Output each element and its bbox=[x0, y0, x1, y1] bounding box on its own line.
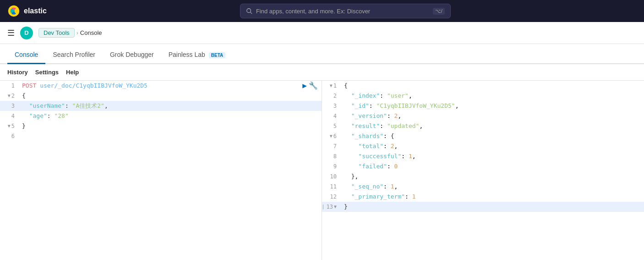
pause-indicator: || bbox=[322, 202, 326, 212]
resp-line-num-4: 4 bbox=[322, 111, 340, 121]
search-icon bbox=[246, 8, 252, 14]
resp-line-content-11: "_seq_no": 1, bbox=[340, 182, 644, 192]
editor-line-1: 1 POST user/_doc/C1yqbIIBJVfoW_YKu2D5 ▶ … bbox=[0, 81, 322, 91]
val-age: "28" bbox=[54, 112, 68, 119]
resp-line-num-1: ▼1 bbox=[322, 81, 340, 91]
response-line-2: 2 "_index": "user", bbox=[322, 91, 644, 101]
resp-line-num-5: 5 bbox=[322, 121, 340, 131]
breadcrumb-devtools[interactable]: Dev Tools bbox=[38, 28, 75, 38]
main-content: 1 POST user/_doc/C1yqbIIBJVfoW_YKu2D5 ▶ … bbox=[0, 81, 644, 260]
response-line-8: 8 "successful": 1, bbox=[322, 151, 644, 161]
response-code-area: ▼1 { 2 "_index": "user", 3 "_id": "C1yqb… bbox=[322, 81, 644, 260]
breadcrumb-console: Console bbox=[80, 29, 102, 36]
resp-line-content-2: "_index": "user", bbox=[340, 91, 644, 101]
resp-line-content-4: "_version": 2, bbox=[340, 111, 644, 121]
line-content-3[interactable]: "userName": "A佳技术2", bbox=[18, 101, 322, 111]
line-num-5: ▼5 bbox=[0, 121, 18, 131]
help-button[interactable]: Help bbox=[66, 69, 79, 76]
line-num-4: 4 bbox=[0, 111, 18, 121]
editor-line-6: 6 bbox=[0, 131, 322, 141]
secondary-nav: ☰ D Dev Tools › Console bbox=[0, 22, 644, 44]
response-line-11: 11 "_seq_no": 1, bbox=[322, 182, 644, 192]
line-num-6: 6 bbox=[0, 131, 18, 141]
line-num-1: 1 bbox=[0, 81, 18, 91]
resp-line-content-13: } bbox=[340, 202, 644, 212]
response-pane: ▼1 { 2 "_index": "user", 3 "_id": "C1yqb… bbox=[322, 81, 644, 260]
resp-line-content-12: "_primary_term": 1 bbox=[340, 192, 644, 202]
line-content-5[interactable]: } bbox=[18, 121, 322, 131]
response-line-6: ▼6 "_shards": { bbox=[322, 131, 644, 141]
resp-line-num-13: ||13 ▼ bbox=[322, 202, 340, 212]
svg-line-7 bbox=[251, 12, 252, 14]
top-nav: elastic Find apps, content, and more. Ex… bbox=[0, 0, 644, 22]
response-line-12: 12 "_primary_term": 1 bbox=[322, 192, 644, 202]
tab-search-profiler[interactable]: Search Profiler bbox=[45, 46, 103, 64]
resp-line-content-3: "_id": "C1yqbIIBJVfoW_YKu2D5", bbox=[340, 101, 644, 111]
brace-open: { bbox=[22, 92, 26, 99]
line-num-3: 3 bbox=[0, 101, 18, 111]
line-content-1[interactable]: POST user/_doc/C1yqbIIBJVfoW_YKu2D5 bbox=[18, 81, 302, 91]
response-line-7: 7 "total": 2, bbox=[322, 141, 644, 151]
user-avatar[interactable]: D bbox=[20, 27, 33, 39]
resp-line-num-7: 7 bbox=[322, 141, 340, 151]
svg-point-5 bbox=[15, 9, 17, 13]
line-content-2[interactable]: { bbox=[18, 91, 322, 101]
fold-btn-5[interactable]: ▼ bbox=[8, 121, 11, 131]
fold-btn-2[interactable]: ▼ bbox=[8, 91, 11, 101]
editor-pane[interactable]: 1 POST user/_doc/C1yqbIIBJVfoW_YKu2D5 ▶ … bbox=[0, 81, 322, 260]
resp-line-num-12: 12 bbox=[322, 192, 340, 202]
method-keyword: POST bbox=[22, 82, 36, 89]
response-line-1: ▼1 { bbox=[322, 81, 644, 91]
resp-line-num-6: ▼6 bbox=[322, 131, 340, 141]
response-line-4: 4 "_version": 2, bbox=[322, 111, 644, 121]
resp-line-content-1: { bbox=[340, 81, 644, 91]
elastic-logo[interactable]: elastic bbox=[7, 5, 47, 17]
editor-line-5: ▼5 } bbox=[0, 121, 322, 131]
resp-line-content-10: }, bbox=[340, 171, 644, 182]
brace-close: } bbox=[22, 122, 26, 129]
resp-line-num-3: 3 bbox=[322, 101, 340, 111]
resp-line-num-10: 10 bbox=[322, 171, 340, 182]
resp-line-content-8: "successful": 1, bbox=[340, 151, 644, 161]
elastic-logo-icon bbox=[7, 5, 20, 17]
response-line-9: 9 "failed": 0 bbox=[322, 161, 644, 171]
editor-code-area[interactable]: 1 POST user/_doc/C1yqbIIBJVfoW_YKu2D5 ▶ … bbox=[0, 81, 322, 260]
settings-button[interactable]: Settings bbox=[35, 69, 59, 76]
line-content-6[interactable] bbox=[18, 131, 322, 141]
fold-btn-resp-6[interactable]: ▼ bbox=[330, 131, 333, 141]
tab-grok-debugger[interactable]: Grok Debugger bbox=[103, 46, 161, 64]
resp-line-num-11: 11 bbox=[322, 182, 340, 192]
path-value: user/_doc/C1yqbIIBJVfoW_YKu2D5 bbox=[40, 82, 147, 89]
run-icon[interactable]: ▶ bbox=[302, 81, 307, 91]
resp-line-content-9: "failed": 0 bbox=[340, 161, 644, 171]
fold-btn-resp-13[interactable]: ▼ bbox=[334, 202, 337, 212]
resp-line-num-2: 2 bbox=[322, 91, 340, 101]
toolbar: History Settings Help bbox=[0, 64, 644, 81]
resp-line-num-8: 8 bbox=[322, 151, 340, 161]
breadcrumb: Dev Tools › Console bbox=[38, 28, 102, 38]
key-username: "userName" bbox=[29, 102, 65, 109]
resp-line-content-7: "total": 2, bbox=[340, 141, 644, 151]
response-line-5: 5 "result": "updated", bbox=[322, 121, 644, 131]
tab-console[interactable]: Console bbox=[7, 46, 45, 64]
resp-line-num-9: 9 bbox=[322, 161, 340, 171]
line-num-2: ▼2 bbox=[0, 91, 18, 101]
wrench-icon[interactable]: 🔧 bbox=[309, 81, 318, 91]
line-content-4[interactable]: "age": "28" bbox=[18, 111, 322, 121]
svg-point-4 bbox=[11, 9, 13, 13]
response-line-3: 3 "_id": "C1yqbIIBJVfoW_YKu2D5", bbox=[322, 101, 644, 111]
path-text bbox=[36, 82, 40, 89]
response-line-10: 10 }, bbox=[322, 171, 644, 182]
hamburger-button[interactable]: ☰ bbox=[7, 28, 15, 38]
fold-btn-resp-1[interactable]: ▼ bbox=[330, 81, 333, 91]
resp-line-content-5: "result": "updated", bbox=[340, 121, 644, 131]
global-search-bar[interactable]: Find apps, content, and more. Ex: Discov… bbox=[240, 4, 451, 18]
editor-line-2: ▼2 { bbox=[0, 91, 322, 101]
svg-point-6 bbox=[247, 9, 251, 13]
response-line-13: ||13 ▼ } bbox=[322, 202, 644, 212]
beta-badge: BETA bbox=[209, 52, 225, 58]
top-nav-search-area: Find apps, content, and more. Ex: Discov… bbox=[54, 4, 637, 18]
tab-painless-lab[interactable]: Painless Lab BETA bbox=[161, 46, 233, 64]
history-button[interactable]: History bbox=[7, 69, 28, 76]
search-shortcut: ⌥/ bbox=[433, 8, 445, 15]
